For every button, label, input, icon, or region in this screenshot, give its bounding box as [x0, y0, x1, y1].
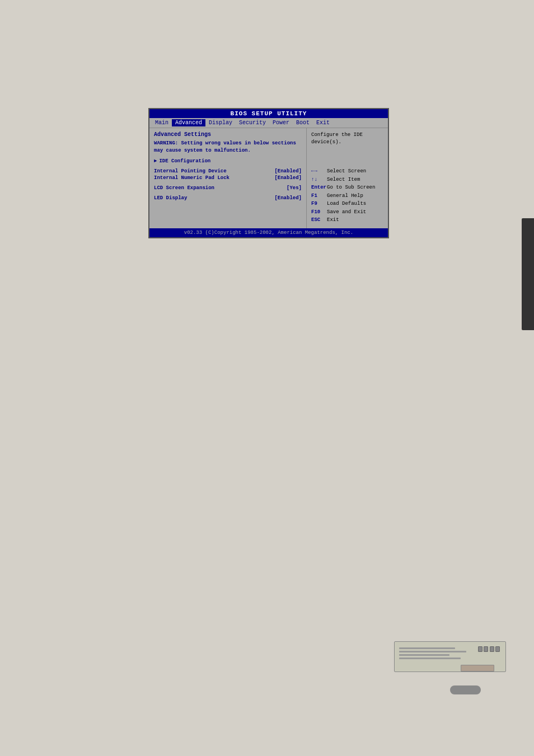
menu-item-power[interactable]: Power	[269, 119, 293, 126]
hw-port-2	[484, 646, 488, 652]
hw-button	[450, 685, 481, 694]
lcd-expansion-row[interactable]: LCD Screen Expansion [Yes]	[154, 185, 302, 191]
bios-menubar: Main Advanced Display Security Power Boo…	[149, 118, 388, 128]
key-help-general-help: F1 General Help	[311, 192, 383, 200]
key-help-select-item: ↑↓ Select Item	[311, 176, 383, 184]
lcd-expansion-value: [Yes]	[287, 185, 302, 191]
hw-line-2	[399, 651, 466, 652]
key-desc-save-exit: Save and Exit	[327, 209, 366, 217]
key-desc-load-defaults: Load Defaults	[327, 200, 366, 208]
hw-port-group-2	[490, 646, 500, 652]
key-arrows-lr: ←→	[311, 168, 327, 176]
pointing-device-group: Internal Pointing Device [Enabled] Inter…	[154, 168, 302, 181]
menu-item-advanced[interactable]: Advanced	[172, 119, 205, 126]
section-title: Advanced Settings	[154, 132, 302, 138]
bios-warning: WARNING: Setting wrong values in below s…	[154, 140, 302, 154]
key-esc: ESC	[311, 217, 327, 224]
key-help-esc-exit: ESC Exit	[311, 217, 383, 224]
hw-lines	[399, 647, 466, 661]
warning-line1: WARNING: Setting wrong values in below s…	[154, 140, 296, 146]
key-help-load-defaults: F9 Load Defaults	[311, 200, 383, 208]
key-f1: F1	[311, 192, 327, 200]
hw-port-4	[495, 646, 500, 652]
internal-pointing-device-value: [Enabled]	[274, 168, 302, 174]
footer-text: v02.33 (C)Copyright 1985-2002, American …	[184, 230, 353, 236]
bios-left-panel: Advanced Settings WARNING: Setting wrong…	[149, 128, 307, 228]
hw-line-3	[399, 654, 449, 656]
numeric-pad-lock-value: [Enabled]	[274, 175, 302, 181]
menu-item-display[interactable]: Display	[205, 119, 236, 126]
hw-line-4	[399, 658, 461, 659]
hw-body	[394, 641, 506, 672]
bios-right-panel: Configure the IDE device(s). ←→ Select S…	[307, 128, 388, 228]
key-desc-sub-screen: Go to Sub Screen	[327, 184, 375, 192]
bios-content: Advanced Settings WARNING: Setting wrong…	[149, 128, 388, 228]
page-background: BIOS SETUP UTILITY Main Advanced Display…	[0, 0, 534, 756]
right-tab-decoration	[522, 218, 534, 330]
hw-ports	[478, 646, 500, 652]
help-line1: Configure the IDE	[311, 132, 363, 138]
bios-title: BIOS SETUP UTILITY	[231, 110, 307, 117]
hw-port-group-1	[478, 646, 488, 652]
hw-connector	[461, 665, 494, 672]
menu-item-exit[interactable]: Exit	[313, 119, 333, 126]
lcd-expansion-group: LCD Screen Expansion [Yes]	[154, 185, 302, 191]
key-arrows-ud: ↑↓	[311, 176, 327, 184]
lcd-expansion-label: LCD Screen Expansion	[154, 185, 287, 191]
ide-configuration-item[interactable]: ► IDE Configuration	[154, 158, 302, 164]
key-desc-select-screen: Select Screen	[327, 168, 366, 176]
warning-line2: may cause system to malfunction.	[154, 148, 251, 153]
key-f10: F10	[311, 209, 327, 217]
menu-item-main[interactable]: Main	[152, 119, 172, 126]
key-help-select-screen: ←→ Select Screen	[311, 168, 383, 176]
internal-pointing-device-label: Internal Pointing Device	[154, 168, 274, 174]
numeric-pad-lock-row[interactable]: Internal Numeric Pad Lock [Enabled]	[154, 175, 302, 181]
help-text: Configure the IDE device(s).	[311, 132, 383, 145]
help-line2: device(s).	[311, 139, 341, 145]
internal-pointing-device-row[interactable]: Internal Pointing Device [Enabled]	[154, 168, 302, 174]
hw-line-1	[399, 647, 455, 649]
led-display-row[interactable]: LED Display [Enabled]	[154, 195, 302, 201]
led-display-value: [Enabled]	[274, 195, 302, 201]
key-help-section: ←→ Select Screen ↑↓ Select Item Enter Go…	[311, 168, 383, 224]
bios-footer: v02.33 (C)Copyright 1985-2002, American …	[149, 228, 388, 237]
hw-port-3	[490, 646, 494, 652]
submenu-arrow-icon: ►	[154, 158, 157, 164]
key-help-save-exit: F10 Save and Exit	[311, 209, 383, 217]
key-f9: F9	[311, 200, 327, 208]
numeric-pad-lock-label: Internal Numeric Pad Lock	[154, 175, 274, 181]
key-desc-esc-exit: Exit	[327, 217, 339, 224]
key-desc-general-help: General Help	[327, 192, 363, 200]
key-desc-select-item: Select Item	[327, 176, 360, 184]
key-enter: Enter	[311, 184, 327, 192]
hardware-illustration	[388, 638, 512, 683]
bios-window: BIOS SETUP UTILITY Main Advanced Display…	[148, 108, 389, 238]
menu-item-security[interactable]: Security	[236, 119, 269, 126]
led-display-group: LED Display [Enabled]	[154, 195, 302, 201]
hw-port-1	[478, 646, 483, 652]
menu-item-boot[interactable]: Boot	[293, 119, 313, 126]
led-display-label: LED Display	[154, 195, 274, 201]
submenu-label: IDE Configuration	[159, 158, 210, 164]
bios-titlebar: BIOS SETUP UTILITY	[149, 109, 388, 118]
key-help-sub-screen: Enter Go to Sub Screen	[311, 184, 383, 192]
